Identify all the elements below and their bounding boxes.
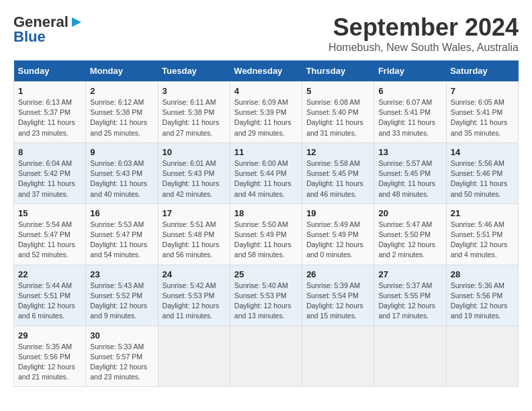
day-info: Sunrise: 5:56 AM Sunset: 5:46 PM Dayligh… bbox=[451, 158, 514, 199]
day-info: Sunrise: 6:09 AM Sunset: 5:39 PM Dayligh… bbox=[234, 97, 298, 138]
calendar-cell: 16Sunrise: 5:53 AM Sunset: 5:47 PM Dayli… bbox=[86, 203, 158, 265]
calendar-cell: 28Sunrise: 5:36 AM Sunset: 5:56 PM Dayli… bbox=[446, 265, 518, 326]
day-number: 24 bbox=[163, 269, 226, 279]
calendar-cell: 4Sunrise: 6:09 AM Sunset: 5:39 PM Daylig… bbox=[230, 82, 302, 143]
calendar-cell: 9Sunrise: 6:03 AM Sunset: 5:43 PM Daylig… bbox=[86, 142, 158, 203]
day-number: 20 bbox=[378, 208, 441, 218]
calendar-cell bbox=[230, 326, 302, 387]
day-info: Sunrise: 5:50 AM Sunset: 5:49 PM Dayligh… bbox=[234, 220, 298, 261]
title-block: September 2024 Homebush, New South Wales… bbox=[328, 13, 519, 54]
day-number: 7 bbox=[451, 86, 514, 96]
day-info: Sunrise: 5:46 AM Sunset: 5:51 PM Dayligh… bbox=[451, 220, 514, 261]
col-header-saturday: Saturday bbox=[446, 60, 518, 82]
day-number: 19 bbox=[306, 208, 369, 218]
calendar-cell bbox=[302, 326, 374, 387]
day-number: 17 bbox=[163, 208, 226, 218]
col-header-thursday: Thursday bbox=[302, 60, 374, 82]
col-header-tuesday: Tuesday bbox=[158, 60, 230, 82]
calendar-body: 1Sunrise: 6:13 AM Sunset: 5:37 PM Daylig… bbox=[14, 82, 519, 387]
calendar-cell: 25Sunrise: 5:40 AM Sunset: 5:53 PM Dayli… bbox=[230, 265, 302, 326]
day-number: 25 bbox=[234, 269, 298, 279]
col-header-friday: Friday bbox=[374, 60, 446, 82]
day-number: 29 bbox=[18, 330, 81, 340]
day-info: Sunrise: 5:57 AM Sunset: 5:45 PM Dayligh… bbox=[378, 158, 441, 199]
col-header-monday: Monday bbox=[86, 60, 158, 82]
calendar-cell: 21Sunrise: 5:46 AM Sunset: 5:51 PM Dayli… bbox=[446, 203, 518, 265]
day-number: 6 bbox=[378, 86, 441, 96]
calendar-cell: 29Sunrise: 5:35 AM Sunset: 5:56 PM Dayli… bbox=[14, 326, 86, 387]
col-header-sunday: Sunday bbox=[14, 60, 86, 82]
day-info: Sunrise: 6:07 AM Sunset: 5:41 PM Dayligh… bbox=[378, 97, 441, 138]
day-info: Sunrise: 5:35 AM Sunset: 5:56 PM Dayligh… bbox=[18, 342, 81, 383]
day-number: 8 bbox=[18, 147, 81, 157]
calendar-cell: 2Sunrise: 6:12 AM Sunset: 5:38 PM Daylig… bbox=[86, 82, 158, 143]
calendar-cell: 7Sunrise: 6:05 AM Sunset: 5:41 PM Daylig… bbox=[446, 82, 518, 143]
calendar-cell: 24Sunrise: 5:42 AM Sunset: 5:53 PM Dayli… bbox=[158, 265, 230, 326]
calendar-cell: 18Sunrise: 5:50 AM Sunset: 5:49 PM Dayli… bbox=[230, 203, 302, 265]
day-info: Sunrise: 5:43 AM Sunset: 5:52 PM Dayligh… bbox=[90, 281, 153, 322]
day-number: 11 bbox=[234, 147, 298, 157]
day-number: 12 bbox=[306, 147, 369, 157]
day-number: 1 bbox=[18, 86, 81, 96]
day-info: Sunrise: 6:04 AM Sunset: 5:42 PM Dayligh… bbox=[18, 158, 81, 199]
col-header-wednesday: Wednesday bbox=[230, 60, 302, 82]
calendar-cell: 19Sunrise: 5:49 AM Sunset: 5:49 PM Dayli… bbox=[302, 203, 374, 265]
calendar-cell: 12Sunrise: 5:58 AM Sunset: 5:45 PM Dayli… bbox=[302, 142, 374, 203]
week-row-4: 22Sunrise: 5:44 AM Sunset: 5:51 PM Dayli… bbox=[14, 265, 519, 326]
day-number: 4 bbox=[234, 86, 298, 96]
calendar-cell bbox=[374, 326, 446, 387]
day-info: Sunrise: 5:58 AM Sunset: 5:45 PM Dayligh… bbox=[306, 158, 369, 199]
day-info: Sunrise: 5:54 AM Sunset: 5:47 PM Dayligh… bbox=[18, 220, 81, 261]
day-number: 10 bbox=[163, 147, 226, 157]
calendar-cell: 1Sunrise: 6:13 AM Sunset: 5:37 PM Daylig… bbox=[14, 82, 86, 143]
logo-blue-text: Blue bbox=[13, 28, 46, 46]
page-title: September 2024 bbox=[328, 13, 519, 42]
svg-marker-0 bbox=[72, 17, 81, 27]
day-info: Sunrise: 5:44 AM Sunset: 5:51 PM Dayligh… bbox=[18, 281, 81, 322]
day-number: 21 bbox=[451, 208, 514, 218]
calendar-header: SundayMondayTuesdayWednesdayThursdayFrid… bbox=[14, 60, 519, 82]
day-number: 16 bbox=[90, 208, 153, 218]
calendar-cell: 14Sunrise: 5:56 AM Sunset: 5:46 PM Dayli… bbox=[446, 142, 518, 203]
day-number: 13 bbox=[378, 147, 441, 157]
page-subtitle: Homebush, New South Wales, Australia bbox=[328, 42, 519, 54]
logo: General Blue bbox=[13, 13, 84, 46]
calendar-cell: 30Sunrise: 5:33 AM Sunset: 5:57 PM Dayli… bbox=[86, 326, 158, 387]
day-number: 28 bbox=[451, 269, 514, 279]
day-number: 2 bbox=[90, 86, 153, 96]
day-number: 26 bbox=[306, 269, 369, 279]
day-info: Sunrise: 6:13 AM Sunset: 5:37 PM Dayligh… bbox=[18, 97, 81, 138]
logo-arrow-icon bbox=[69, 15, 84, 30]
calendar-cell bbox=[446, 326, 518, 387]
calendar-cell: 27Sunrise: 5:37 AM Sunset: 5:55 PM Dayli… bbox=[374, 265, 446, 326]
day-info: Sunrise: 5:39 AM Sunset: 5:54 PM Dayligh… bbox=[306, 281, 369, 322]
day-info: Sunrise: 6:01 AM Sunset: 5:43 PM Dayligh… bbox=[163, 158, 226, 199]
week-row-3: 15Sunrise: 5:54 AM Sunset: 5:47 PM Dayli… bbox=[14, 203, 519, 265]
calendar-cell: 3Sunrise: 6:11 AM Sunset: 5:38 PM Daylig… bbox=[158, 82, 230, 143]
calendar-cell: 22Sunrise: 5:44 AM Sunset: 5:51 PM Dayli… bbox=[14, 265, 86, 326]
calendar-cell: 26Sunrise: 5:39 AM Sunset: 5:54 PM Dayli… bbox=[302, 265, 374, 326]
day-info: Sunrise: 6:03 AM Sunset: 5:43 PM Dayligh… bbox=[90, 158, 153, 199]
day-number: 9 bbox=[90, 147, 153, 157]
day-number: 30 bbox=[90, 330, 153, 340]
day-number: 3 bbox=[163, 86, 226, 96]
day-number: 23 bbox=[90, 269, 153, 279]
day-number: 22 bbox=[18, 269, 81, 279]
calendar-table: SundayMondayTuesdayWednesdayThursdayFrid… bbox=[13, 60, 519, 387]
calendar-cell: 20Sunrise: 5:47 AM Sunset: 5:50 PM Dayli… bbox=[374, 203, 446, 265]
calendar-cell: 8Sunrise: 6:04 AM Sunset: 5:42 PM Daylig… bbox=[14, 142, 86, 203]
day-number: 15 bbox=[18, 208, 81, 218]
day-info: Sunrise: 6:11 AM Sunset: 5:38 PM Dayligh… bbox=[163, 97, 226, 138]
week-row-5: 29Sunrise: 5:35 AM Sunset: 5:56 PM Dayli… bbox=[14, 326, 519, 387]
day-info: Sunrise: 5:42 AM Sunset: 5:53 PM Dayligh… bbox=[163, 281, 226, 322]
day-info: Sunrise: 5:33 AM Sunset: 5:57 PM Dayligh… bbox=[90, 342, 153, 383]
day-number: 5 bbox=[306, 86, 369, 96]
day-info: Sunrise: 6:08 AM Sunset: 5:40 PM Dayligh… bbox=[306, 97, 369, 138]
day-info: Sunrise: 5:47 AM Sunset: 5:50 PM Dayligh… bbox=[378, 220, 441, 261]
calendar-cell: 10Sunrise: 6:01 AM Sunset: 5:43 PM Dayli… bbox=[158, 142, 230, 203]
calendar-cell: 15Sunrise: 5:54 AM Sunset: 5:47 PM Dayli… bbox=[14, 203, 86, 265]
calendar-cell: 6Sunrise: 6:07 AM Sunset: 5:41 PM Daylig… bbox=[374, 82, 446, 143]
calendar-cell: 17Sunrise: 5:51 AM Sunset: 5:48 PM Dayli… bbox=[158, 203, 230, 265]
day-info: Sunrise: 5:49 AM Sunset: 5:49 PM Dayligh… bbox=[306, 220, 369, 261]
day-info: Sunrise: 6:12 AM Sunset: 5:38 PM Dayligh… bbox=[90, 97, 153, 138]
